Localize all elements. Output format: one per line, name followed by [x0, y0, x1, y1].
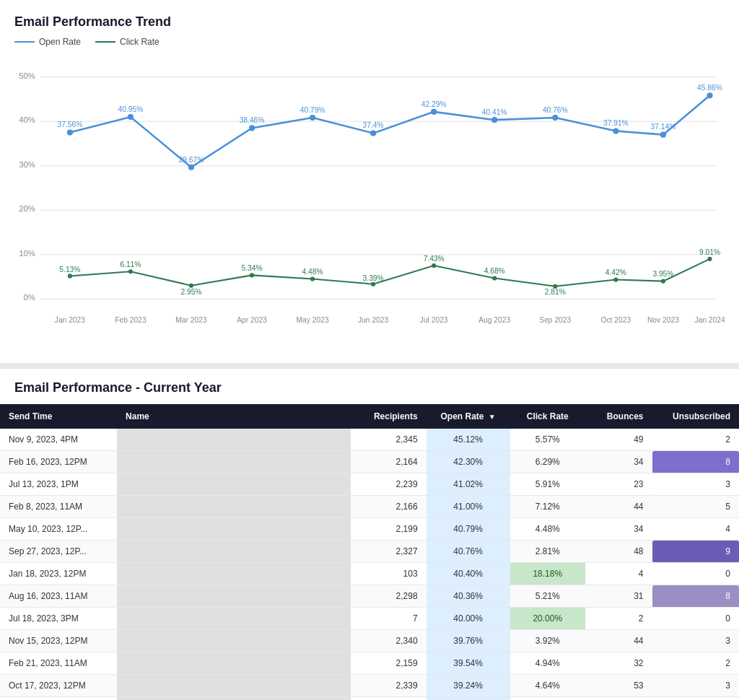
table-row[interactable]: Feb 21, 2023, 11AM2,15939.54%4.94%322 — [0, 652, 739, 675]
svg-point-57 — [613, 277, 618, 281]
svg-text:Mar 2023: Mar 2023 — [175, 316, 207, 324]
cell-recipients: 2,199 — [351, 518, 426, 541]
section-divider — [0, 363, 739, 369]
cell-send-time: Oct 17, 2023, 12PM — [0, 675, 117, 697]
cell-open-rate: 45.12% — [427, 429, 510, 451]
svg-point-28 — [310, 115, 315, 121]
svg-text:4.48%: 4.48% — [302, 268, 323, 276]
cell-unsubscribed: 3 — [652, 630, 740, 652]
svg-point-34 — [660, 132, 666, 138]
cell-recipients: 103 — [351, 563, 426, 585]
table-row[interactable]: Sep 27, 2023, 12P...2,32740.76%2.81%489 — [0, 541, 739, 563]
table-body: Nov 9, 2023, 4PM2,34545.12%5.57%492Feb 1… — [0, 429, 739, 700]
svg-point-50 — [189, 284, 193, 288]
svg-text:40%: 40% — [19, 115, 35, 124]
svg-text:40.41%: 40.41% — [482, 108, 507, 116]
cell-recipients: 2,298 — [351, 585, 426, 608]
cell-unsubscribed: 3 — [652, 473, 740, 496]
cell-send-time: Jul 13, 2023, 1PM — [0, 473, 117, 496]
cell-open-rate: 40.00% — [427, 608, 510, 630]
col-recipients[interactable]: Recipients — [351, 404, 426, 429]
cell-click-rate: 6.29% — [510, 451, 585, 473]
col-click-rate[interactable]: Click Rate — [510, 404, 585, 429]
svg-text:Jan 2024: Jan 2024 — [694, 316, 725, 324]
table-row[interactable]: May 10, 2023, 12P...2,19940.79%4.48%344 — [0, 518, 739, 541]
cell-send-time: Nov 9, 2023, 4PM — [0, 429, 117, 451]
svg-text:5.34%: 5.34% — [241, 264, 262, 272]
legend-open-rate-label: Open Rate — [39, 37, 81, 47]
svg-text:2.81%: 2.81% — [545, 288, 566, 296]
cell-click-rate: 5.91% — [510, 473, 585, 496]
table-row[interactable]: Oct 17, 2023, 12PM2,33939.24%4.64%533 — [0, 675, 739, 697]
cell-recipients: 2,166 — [351, 496, 426, 518]
svg-point-31 — [491, 117, 497, 123]
cell-recipients: 2,339 — [351, 675, 426, 697]
table-row[interactable]: Feb 8, 2023, 11AM2,16641.00%7.12%445 — [0, 496, 739, 518]
cell-recipients: 111 — [351, 697, 426, 701]
table-row[interactable]: Jan 18, 2023, 12PM10340.40%18.18%40 — [0, 563, 739, 585]
cell-open-rate: 39.54% — [427, 652, 510, 675]
cell-click-rate: 5.57% — [510, 429, 585, 451]
svg-point-26 — [188, 165, 194, 170]
cell-open-rate: 40.36% — [427, 585, 510, 608]
legend-click-rate: Click Rate — [95, 37, 159, 47]
col-name[interactable]: Name — [117, 404, 351, 429]
svg-text:6.11%: 6.11% — [120, 261, 141, 268]
svg-text:Aug 2023: Aug 2023 — [478, 316, 510, 324]
cell-open-rate: 40.40% — [427, 563, 510, 585]
cell-click-rate: 3.92% — [510, 630, 585, 652]
svg-point-52 — [310, 276, 315, 281]
cell-open-rate: 39.24% — [427, 675, 510, 697]
cell-recipients: 2,239 — [351, 473, 426, 496]
cell-recipients: 2,327 — [351, 541, 426, 563]
cell-unsubscribed: 0 — [652, 608, 740, 630]
table-row[interactable]: Aug 16, 2023, 11AM2,29840.36%5.21%318 — [0, 585, 739, 608]
chart-title: Email Performance Trend — [14, 14, 725, 30]
cell-name — [117, 585, 351, 608]
table-header-row: Send Time Name Recipients Open Rate ▼ Cl… — [0, 404, 739, 429]
cell-bounces: 44 — [585, 630, 652, 652]
cell-send-time: Aug 16, 2023, 11AM — [0, 585, 117, 608]
table-row[interactable]: Mar 16, 2023, 5PM11139.09%5.45%10 — [0, 697, 739, 701]
cell-name — [117, 608, 351, 630]
cell-send-time: May 10, 2023, 12P... — [0, 518, 117, 541]
svg-text:10%: 10% — [19, 249, 35, 258]
svg-point-33 — [613, 128, 618, 134]
svg-point-53 — [371, 282, 375, 286]
cell-send-time: Feb 8, 2023, 11AM — [0, 496, 117, 518]
table-row[interactable]: Feb 16, 2023, 12PM2,16442.30%6.29%348 — [0, 451, 739, 473]
cell-recipients: 2,164 — [351, 451, 426, 473]
svg-text:Jul 2023: Jul 2023 — [420, 316, 448, 324]
cell-click-rate: 5.21% — [510, 585, 585, 608]
svg-point-35 — [707, 92, 712, 98]
cell-click-rate: 4.48% — [510, 518, 585, 541]
col-unsubscribed[interactable]: Unsubscribed — [652, 404, 740, 429]
cell-bounces: 31 — [585, 585, 652, 608]
cell-open-rate: 39.76% — [427, 630, 510, 652]
chart-legend: Open Rate Click Rate — [14, 37, 725, 47]
cell-open-rate: 40.79% — [427, 518, 510, 541]
cell-unsubscribed: 2 — [652, 652, 740, 675]
table-row[interactable]: Nov 9, 2023, 4PM2,34545.12%5.57%492 — [0, 429, 739, 451]
col-open-rate[interactable]: Open Rate ▼ — [427, 404, 510, 429]
svg-point-24 — [67, 129, 73, 135]
cell-bounces: 23 — [585, 473, 652, 496]
cell-recipients: 2,159 — [351, 652, 426, 675]
svg-text:3.95%: 3.95% — [652, 270, 673, 278]
col-bounces[interactable]: Bounces — [585, 404, 652, 429]
table-row[interactable]: Jul 18, 2023, 3PM740.00%20.00%20 — [0, 608, 739, 630]
table-row[interactable]: Nov 15, 2023, 12PM2,34039.76%3.92%443 — [0, 630, 739, 652]
cell-send-time: Feb 21, 2023, 11AM — [0, 652, 117, 675]
table-row[interactable]: Jul 13, 2023, 1PM2,23941.02%5.91%233 — [0, 473, 739, 496]
cell-unsubscribed: 5 — [652, 496, 740, 518]
svg-text:37.56%: 37.56% — [57, 121, 82, 128]
cell-bounces: 49 — [585, 429, 652, 451]
cell-bounces: 34 — [585, 451, 652, 473]
svg-text:Jun 2023: Jun 2023 — [358, 316, 388, 324]
cell-send-time: Sep 27, 2023, 12P... — [0, 541, 117, 563]
cell-name — [117, 697, 351, 701]
col-send-time[interactable]: Send Time — [0, 404, 117, 429]
svg-text:5.13%: 5.13% — [59, 266, 80, 274]
svg-text:Apr 2023: Apr 2023 — [237, 316, 267, 324]
cell-unsubscribed: 4 — [652, 518, 740, 541]
